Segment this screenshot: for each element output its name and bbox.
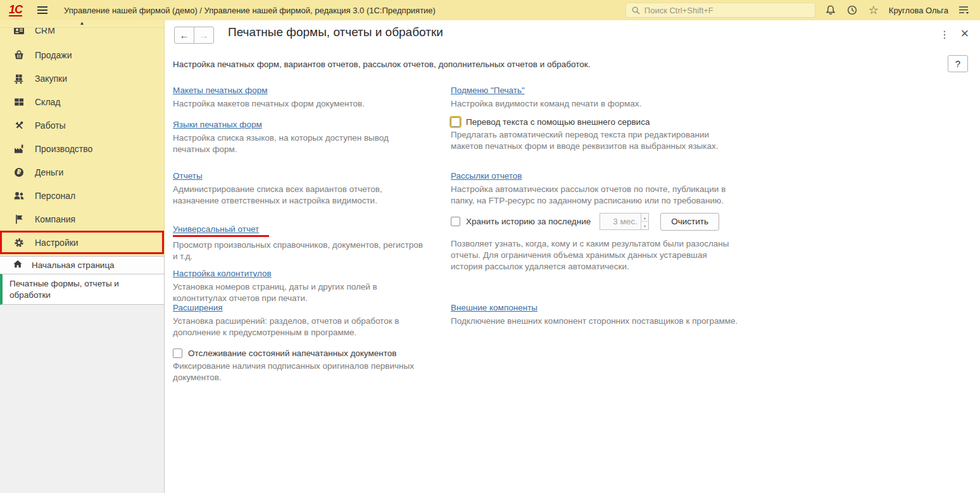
sidebar-item-label: Компания xyxy=(35,214,75,224)
sidebar-item-label: Склад xyxy=(35,97,61,107)
section-external-components: Внешние компоненты Подключение внешних к… xyxy=(451,302,741,327)
sales-icon xyxy=(13,49,25,61)
back-button[interactable]: ← xyxy=(174,27,194,44)
sidebar-item-settings[interactable]: Настройки xyxy=(0,231,164,254)
text-translation-desc: Предлагать автоматический перевод текста… xyxy=(451,129,741,152)
sidebar-item-label: Закупки xyxy=(35,74,67,84)
sidebar-item-warehouse[interactable]: Склад xyxy=(0,90,164,113)
sidebar-item-label: Деньги xyxy=(35,167,63,177)
text-translation-label: Перевод текста с помощью внешнего сервис… xyxy=(466,117,650,127)
print-submenu-desc: Настройка видимости команд печати в форм… xyxy=(451,98,741,110)
tab-label: Печатные формы, отчеты и обработки xyxy=(9,279,119,300)
help-button[interactable]: ? xyxy=(948,55,968,72)
sidebar-item-label: CRM xyxy=(35,28,55,35)
universal-report-desc: Просмотр произвольных справочников, доку… xyxy=(173,240,424,262)
crm-icon xyxy=(13,28,25,36)
search-input[interactable] xyxy=(644,6,810,15)
extensions-desc: Установка расширений: разделов, отчетов … xyxy=(173,316,424,338)
sidebar-item-works[interactable]: Работы xyxy=(0,113,164,137)
sidebar-item-label: Персонал xyxy=(35,191,75,201)
notifications-bell-icon[interactable] xyxy=(824,4,837,16)
text-translation-checkbox[interactable] xyxy=(451,117,460,127)
home-icon xyxy=(13,259,23,272)
mailing-history-desc: Позволяет узнать, когда, кому и с каким … xyxy=(451,238,741,272)
top-bar: 1С Управление нашей фирмой (демо) / Упра… xyxy=(0,0,980,20)
clear-history-button[interactable]: Очистить xyxy=(660,213,719,231)
stepper-up-icon[interactable]: ▴ xyxy=(641,214,649,222)
doc-state-tracking-checkbox[interactable] xyxy=(173,349,182,358)
works-icon xyxy=(13,120,25,131)
sidebar-item-label: Производство xyxy=(35,144,92,154)
global-search[interactable] xyxy=(625,3,815,18)
warehouse-icon xyxy=(13,96,25,108)
history-period-stepper: ▴ ▾ xyxy=(641,214,649,229)
sidebar-item-money[interactable]: ₽ Деньги xyxy=(0,160,164,184)
headers-footers-link[interactable]: Настройка колонтитулов xyxy=(173,269,272,278)
user-menu-arrow-icon[interactable] xyxy=(957,4,970,16)
production-icon xyxy=(13,143,25,155)
universal-report-link[interactable]: Универсальный отчет xyxy=(173,224,259,234)
home-page-button[interactable]: Начальная страница xyxy=(0,256,165,274)
report-mailings-link[interactable]: Рассылки отчетов xyxy=(451,171,522,181)
page-title: Печатные формы, отчеты и обработки xyxy=(228,25,443,39)
reports-link[interactable]: Отчеты xyxy=(173,171,203,181)
print-form-templates-link[interactable]: Макеты печатных форм xyxy=(173,86,268,95)
sidebar-item-purchases[interactable]: Закупки xyxy=(0,67,164,90)
sidebar-item-label: Работы xyxy=(35,120,66,131)
svg-text:₽: ₽ xyxy=(17,169,22,176)
print-form-languages-desc: Настройка списка языков, на которых дост… xyxy=(173,132,424,155)
more-menu-icon[interactable]: ⋮ xyxy=(939,29,950,41)
section-extensions: Расширения Установка расширений: раздело… xyxy=(173,302,424,338)
reports-desc: Администрирование списка всех вариантов … xyxy=(173,184,424,207)
money-icon: ₽ xyxy=(13,167,25,178)
sidebar-item-staff[interactable]: Персонал xyxy=(0,184,164,207)
sidebar-item-crm[interactable]: CRM xyxy=(0,28,164,43)
sidebar-item-sales[interactable]: Продажи xyxy=(0,43,164,67)
history-period-input[interactable] xyxy=(600,214,640,229)
main-content: ← → Печатные формы, отчеты и обработки ⋮… xyxy=(165,20,980,493)
print-form-templates-desc: Настройка макетов печатных форм документ… xyxy=(173,98,424,110)
doc-state-tracking-label: Отслеживание состояний напечатанных доку… xyxy=(188,349,396,358)
section-printed-doc-tracking: Отслеживание состояний напечатанных доку… xyxy=(173,349,424,383)
print-submenu-link[interactable]: Подменю "Печать" xyxy=(451,86,525,95)
sidebar-item-company[interactable]: Компания xyxy=(0,207,164,231)
close-icon[interactable]: × xyxy=(959,25,971,42)
external-components-link[interactable]: Внешние компоненты xyxy=(451,303,537,312)
sidebar-item-production[interactable]: Производство xyxy=(0,137,164,160)
scroll-up-icon: ▲ xyxy=(80,20,85,26)
favorites-star-icon[interactable]: ☆ xyxy=(867,4,880,16)
sections-panel: ▲ CRM xyxy=(0,20,165,256)
print-form-languages-link[interactable]: Языки печатных форм xyxy=(173,120,262,129)
section-report-mailings: Рассылки отчетов Настройка автоматически… xyxy=(451,170,741,207)
left-column: ▲ CRM xyxy=(0,20,165,493)
section-print-form-templates: Макеты печатных форм Настройка макетов п… xyxy=(173,84,424,110)
stepper-down-icon[interactable]: ▾ xyxy=(641,222,649,229)
history-period-field: ▴ ▾ xyxy=(600,213,649,230)
sidebar-item-label: Настройки xyxy=(35,238,79,248)
main-menu-icon[interactable] xyxy=(37,6,47,14)
home-page-label: Начальная страница xyxy=(32,260,115,270)
history-icon[interactable] xyxy=(846,4,858,16)
section-mailing-history: Хранить историю за последние ▴ ▾ Очистит… xyxy=(451,213,741,272)
sidebar-item-label: Продажи xyxy=(35,50,72,60)
tab-panel-empty-area xyxy=(0,305,165,493)
section-universal-report: Универсальный отчет Просмотр произвольны… xyxy=(173,223,424,262)
current-user[interactable]: Круглова Ольга xyxy=(889,6,948,15)
annotation-red-underline xyxy=(173,235,269,237)
section-text-translation: Перевод текста с помощью внешнего сервис… xyxy=(451,117,741,152)
section-headers-footers: Настройка колонтитулов Установка номеров… xyxy=(173,267,424,304)
headers-footers-desc: Установка номеров страниц, даты и других… xyxy=(173,281,424,304)
forward-button[interactable]: → xyxy=(194,27,214,44)
open-window-tab[interactable]: Печатные формы, отчеты и обработки xyxy=(0,274,165,305)
extensions-link[interactable]: Расширения xyxy=(173,303,223,312)
keep-history-checkbox[interactable] xyxy=(451,217,460,226)
page-subtitle: Настройка печатных форм, вариантов отчет… xyxy=(173,60,590,69)
app-title: Управление нашей фирмой (демо) / Управле… xyxy=(64,6,436,15)
search-icon xyxy=(631,6,641,15)
sections-scroll-up[interactable]: ▲ xyxy=(0,20,164,28)
keep-history-label: Хранить историю за последние xyxy=(466,217,591,226)
section-reports: Отчеты Администрирование списка всех вар… xyxy=(173,170,424,207)
company-icon xyxy=(13,214,25,225)
1c-logo: 1С xyxy=(9,4,22,16)
doc-state-tracking-desc: Фиксирование наличия подписанных оригина… xyxy=(173,361,424,383)
